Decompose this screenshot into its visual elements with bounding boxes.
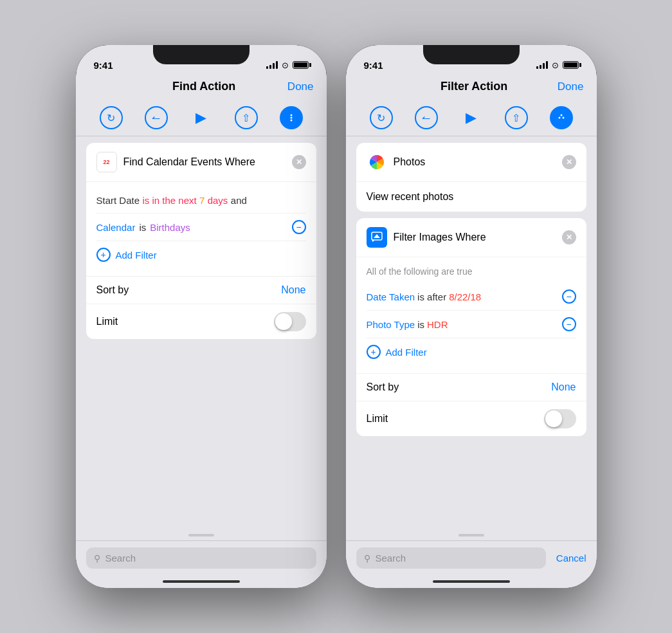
close-photos-button[interactable]: ✕ <box>562 155 576 169</box>
date-taken-is: is after <box>417 291 446 302</box>
svg-marker-7 <box>374 234 380 238</box>
photo-type-value[interactable]: HDR <box>427 319 448 330</box>
card-header: 22 Find Calendar Events Where ✕ <box>86 143 316 182</box>
condition-text: All of the following are true <box>367 265 576 283</box>
search-placeholder: Search <box>376 553 406 564</box>
filter-card-body: All of the following are true Date Taken… <box>356 257 586 373</box>
svg-point-8 <box>372 240 374 242</box>
photos-icon <box>367 152 387 172</box>
close-button[interactable]: ✕ <box>292 155 306 169</box>
filter-action-screen: 9:41 ⊙ Filter Action Done ↻ <box>346 45 597 588</box>
sort-row[interactable]: Sort by None <box>86 276 316 304</box>
toolbar: ↻ ↼ ▶ ⇧ <box>76 100 327 136</box>
svg-point-5 <box>562 117 564 119</box>
play-button[interactable]: ▶ <box>190 106 213 129</box>
search-bar[interactable]: ⚲ Search <box>356 547 546 569</box>
content-area: Photos ✕ View recent photos <box>346 136 597 500</box>
toolbar: ↻ ↼ ▶ ⇧ <box>346 100 597 136</box>
nav-title: Find Action <box>172 80 235 93</box>
remove-photo-type-filter-button[interactable]: − <box>562 317 576 331</box>
content-area: 22 Find Calendar Events Where ✕ Start Da… <box>76 136 327 403</box>
svg-point-1 <box>290 117 292 119</box>
filter-action-phone: 9:41 ⊙ Filter Action Done ↻ <box>346 45 597 588</box>
status-time: 9:41 <box>94 60 113 71</box>
start-date-filter: Start Date is in the next 7 days and <box>96 190 306 214</box>
filter-and: and <box>231 195 247 206</box>
nav-bar: Filter Action Done <box>346 76 597 100</box>
calendar-filter-row: Calendar is Birthdays − <box>96 214 306 241</box>
play-button[interactable]: ▶ <box>460 106 483 129</box>
search-placeholder: Search <box>105 553 136 564</box>
photo-type-is: is <box>417 319 424 330</box>
calendar-value[interactable]: Birthdays <box>150 222 190 233</box>
share-button[interactable]: ⇧ <box>505 106 528 129</box>
limit-label: Limit <box>367 413 388 425</box>
status-icons: ⊙ <box>266 60 309 70</box>
redo-button[interactable]: ↼ <box>415 106 438 129</box>
battery-icon <box>293 61 309 69</box>
notch <box>153 45 250 64</box>
add-filter-icon: + <box>367 345 381 359</box>
done-button[interactable]: Done <box>287 80 314 93</box>
wifi-icon: ⊙ <box>552 60 559 70</box>
toggle-knob <box>545 410 562 427</box>
redo-button[interactable]: ↼ <box>145 106 168 129</box>
filter-is-text: is in the next <box>142 195 199 206</box>
add-filter-button[interactable]: + Add Filter <box>367 338 576 365</box>
photos-action-body: View recent photos <box>356 182 586 212</box>
home-indicator <box>163 580 240 583</box>
sort-row[interactable]: Sort by None <box>356 373 586 401</box>
status-icons: ⊙ <box>536 60 579 70</box>
search-icon: ⚲ <box>364 553 370 564</box>
close-filter-button[interactable]: ✕ <box>562 230 576 244</box>
nav-title: Filter Action <box>440 80 507 93</box>
start-date-label: Start Date <box>96 195 140 206</box>
add-filter-label: Add Filter <box>386 347 427 358</box>
photo-type-filter-row: Photo Type is HDR − <box>367 311 576 338</box>
search-bar[interactable]: ⚲ Search <box>86 547 316 569</box>
remove-calendar-filter-button[interactable]: − <box>292 220 306 234</box>
svg-point-4 <box>560 115 562 116</box>
battery-icon <box>563 61 579 69</box>
filter-images-icon <box>367 227 387 248</box>
photos-card: Photos ✕ View recent photos <box>356 143 586 212</box>
photos-card-title: Photos <box>394 156 426 168</box>
filter-num[interactable]: 7 <box>199 195 204 206</box>
find-action-screen: 9:41 ⊙ Find Action Done ↻ <box>76 45 327 588</box>
limit-label: Limit <box>96 316 118 327</box>
view-recent-photos-label: View recent photos <box>367 191 454 202</box>
wifi-icon: ⊙ <box>282 60 289 70</box>
add-filter-label: Add Filter <box>116 250 157 261</box>
date-taken-value[interactable]: 8/22/18 <box>449 291 481 302</box>
limit-toggle[interactable] <box>274 312 306 331</box>
find-action-phone: 9:41 ⊙ Find Action Done ↻ <box>76 45 327 588</box>
signal-icon <box>266 61 278 69</box>
svg-point-3 <box>558 117 560 119</box>
settings-button[interactable] <box>550 106 573 129</box>
date-taken-filter-row: Date Taken is after 8/22/18 − <box>367 283 576 311</box>
status-time: 9:41 <box>364 60 383 71</box>
undo-button[interactable]: ↻ <box>100 106 123 129</box>
filter-card-header: Filter Images Where ✕ <box>356 218 586 257</box>
search-icon: ⚲ <box>94 553 100 564</box>
sort-value[interactable]: None <box>281 284 305 296</box>
limit-toggle[interactable] <box>544 409 576 428</box>
calendar-icon: 22 <box>96 152 117 172</box>
find-calendar-card: 22 Find Calendar Events Where ✕ Start Da… <box>86 143 316 339</box>
nav-bar: Find Action Done <box>76 76 327 100</box>
undo-button[interactable]: ↻ <box>370 106 393 129</box>
sort-label: Sort by <box>367 381 399 393</box>
remove-date-filter-button[interactable]: − <box>562 289 576 304</box>
settings-button[interactable] <box>280 106 303 129</box>
photo-type-label: Photo Type <box>367 319 415 330</box>
sort-label: Sort by <box>96 284 129 296</box>
limit-row: Limit <box>86 304 316 339</box>
done-button[interactable]: Done <box>558 80 584 93</box>
svg-point-2 <box>290 120 292 122</box>
add-filter-button[interactable]: + Add Filter <box>96 241 306 268</box>
sort-value[interactable]: None <box>551 381 576 393</box>
add-filter-icon: + <box>96 248 111 262</box>
share-button[interactable]: ⇧ <box>235 106 258 129</box>
cancel-button[interactable]: Cancel <box>556 553 586 564</box>
svg-point-0 <box>290 115 292 116</box>
